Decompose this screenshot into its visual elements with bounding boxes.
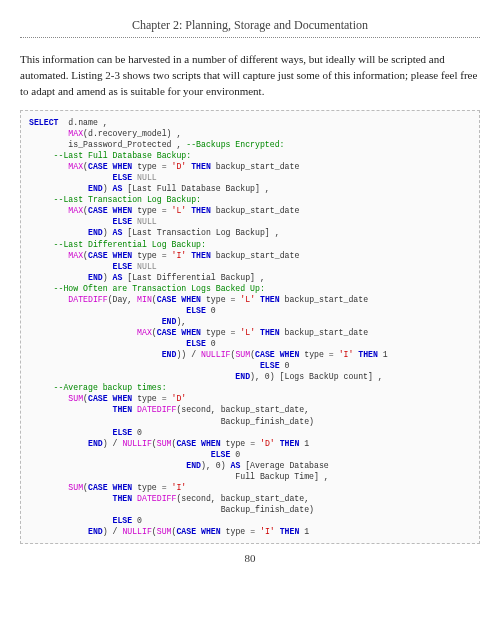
chapter-title: Chapter 2: Planning, Storage and Documen…: [20, 18, 480, 38]
comment: --Backups Encrypted:: [186, 140, 284, 149]
kw-select: SELECT: [29, 118, 58, 127]
body-paragraph: This information can be harvested in a n…: [20, 52, 480, 100]
comment: --How Often are Transaction Logs Backed …: [54, 284, 265, 293]
code-listing: SELECT d.name , MAX(d.recovery_model) , …: [20, 110, 480, 544]
comment: --Last Differential Log Backup:: [54, 240, 206, 249]
comment: --Average backup times:: [54, 383, 167, 392]
comment: --Last Transaction Log Backup:: [54, 195, 201, 204]
comment: --Last Full Database Backup:: [54, 151, 192, 160]
fn-max: MAX: [68, 129, 83, 138]
page-number: 80: [20, 552, 480, 564]
